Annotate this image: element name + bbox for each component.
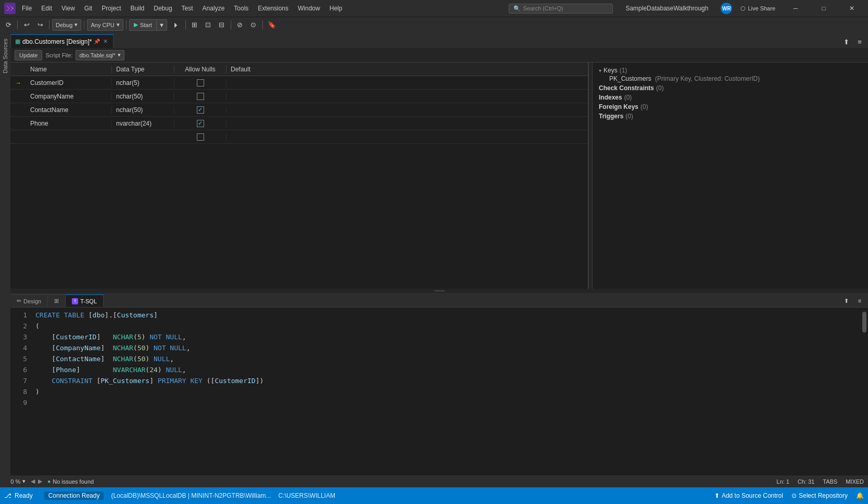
table-row-empty[interactable] xyxy=(10,130,588,144)
scroll-right-btn[interactable]: ▶ xyxy=(37,478,43,485)
sql-code-content[interactable]: CREATE TABLE [dbo].[Customers] ( [Custom… xyxy=(31,310,861,473)
toolbar-btn3[interactable]: ⊟ xyxy=(216,19,228,31)
menu-analyze[interactable]: Analyze xyxy=(198,4,229,13)
cell-null-empty[interactable] xyxy=(174,133,227,141)
search-box[interactable]: 🔍 Search (Ctrl+Q) xyxy=(509,4,613,14)
cell-null-contactname[interactable]: ✓ xyxy=(174,106,227,114)
toolbar-btn2[interactable]: ⊡ xyxy=(202,19,215,31)
cell-type-customerid[interactable]: nchar(5) xyxy=(112,79,174,87)
active-tab[interactable]: ▦ dbo.Customers [Design]* 📌 ✕ xyxy=(10,34,114,48)
branch-icon: ⎇ xyxy=(4,492,11,499)
table-row[interactable]: CompanyName nchar(50) xyxy=(10,90,588,103)
play-icon: ▶ xyxy=(134,21,138,28)
cell-null-phone[interactable]: ✓ xyxy=(174,120,227,127)
keys-header[interactable]: ▾ Keys (1) xyxy=(599,67,862,74)
bookmark-button[interactable]: 🔖 xyxy=(266,19,278,31)
select-repository-button[interactable]: ⊙ Select Repository xyxy=(791,492,848,499)
tab-expand-button[interactable]: ⬆ xyxy=(840,35,852,48)
live-share-button[interactable]: ⬡ Live Share xyxy=(736,4,779,13)
tab-pin-icon[interactable]: 📌 xyxy=(94,39,100,44)
script-file-dropdown[interactable]: dbo.Table.sql* ▾ xyxy=(76,50,124,60)
tsql-tab[interactable]: T T-SQL xyxy=(66,294,104,307)
check-constraints-header[interactable]: Check Constraints (0) xyxy=(599,84,862,92)
foreign-keys-header[interactable]: Foreign Keys (0) xyxy=(599,103,862,110)
menu-window[interactable]: Window xyxy=(294,4,324,13)
start-arrow-icon: ▼ xyxy=(159,22,165,28)
check-constraints-section: Check Constraints (0) xyxy=(599,84,862,92)
redo-button[interactable]: ↪ xyxy=(34,19,46,31)
debug-mode-dropdown[interactable]: Debug ▾ xyxy=(52,19,81,31)
triggers-header[interactable]: Triggers (0) xyxy=(599,113,862,120)
step-over-button[interactable]: ⏵ xyxy=(170,19,183,31)
cell-type-companyname[interactable]: nchar(50) xyxy=(112,93,174,100)
menu-bar: File Edit View Git Project Build Debug T… xyxy=(18,4,507,13)
zoom-dropdown-icon[interactable]: ▾ xyxy=(22,478,26,485)
platform-dropdown[interactable]: Any CPU ▾ xyxy=(87,19,123,31)
maximize-button[interactable]: □ xyxy=(812,0,836,17)
tabs-status: TABS xyxy=(823,478,837,485)
menu-tools[interactable]: Tools xyxy=(230,4,253,13)
scrollbar-thumb[interactable] xyxy=(862,312,866,333)
menu-test[interactable]: Test xyxy=(178,4,197,13)
editor-list-button[interactable]: ≡ xyxy=(853,294,866,307)
title-bar-right: WR ⬡ Live Share ─ □ ✕ xyxy=(721,0,864,17)
menu-view[interactable]: View xyxy=(57,4,79,13)
menu-extensions[interactable]: Extensions xyxy=(254,4,293,13)
table-row[interactable]: → CustomerID nchar(5) xyxy=(10,76,588,90)
cell-name-companyname[interactable]: CompanyName xyxy=(26,93,112,100)
undo-button[interactable]: ↩ xyxy=(20,19,33,31)
null-checkbox[interactable] xyxy=(197,133,204,141)
issues-text: No issues found xyxy=(53,478,94,485)
update-button[interactable]: Update xyxy=(15,50,42,60)
null-checkbox[interactable] xyxy=(197,79,204,87)
db-info: (LocalDB)\MSSQLLocalDB | MININT-N2PGTRB\… xyxy=(111,492,271,499)
cell-type-phone[interactable]: nvarchar(24) xyxy=(112,120,174,127)
properties-panel: ▾ Keys (1) PK_Customers (Primary Key, Cl… xyxy=(592,63,868,289)
toolbar-btn1[interactable]: ⊞ xyxy=(188,19,201,31)
null-checkbox-checked[interactable]: ✓ xyxy=(197,120,204,127)
menu-project[interactable]: Project xyxy=(97,4,125,13)
menu-help[interactable]: Help xyxy=(325,4,347,13)
toolbar-btn5[interactable]: ⊙ xyxy=(247,19,260,31)
cell-name-phone[interactable]: Phone xyxy=(26,120,112,127)
cell-null-customerid[interactable] xyxy=(174,79,227,87)
toolbar-btn4[interactable]: ⊘ xyxy=(234,19,246,31)
diagram-tab[interactable]: ⊞ xyxy=(48,294,66,307)
cell-name-customerid[interactable]: CustomerID xyxy=(26,79,112,87)
table-row[interactable]: Phone nvarchar(24) ✓ xyxy=(10,117,588,130)
minimize-button[interactable]: ─ xyxy=(784,0,808,17)
cell-type-contactname[interactable]: nchar(50) xyxy=(112,106,174,114)
add-to-source-button[interactable]: ⬆ Add to Source Control xyxy=(714,492,783,499)
null-checkbox-checked[interactable]: ✓ xyxy=(197,106,204,114)
menu-debug[interactable]: Debug xyxy=(149,4,176,13)
design-tab[interactable]: ✏ Design xyxy=(10,294,48,307)
search-icon: 🔍 xyxy=(513,5,521,12)
tab-list-button[interactable]: ≡ xyxy=(853,35,866,48)
start-button[interactable]: ▶ Start ▼ xyxy=(129,19,167,31)
back-button[interactable]: ⟳ xyxy=(2,19,15,31)
close-button[interactable]: ✕ xyxy=(840,0,864,17)
diagram-tab-icon: ⊞ xyxy=(54,298,59,304)
menu-git[interactable]: Git xyxy=(80,4,96,13)
scroll-left-btn[interactable]: ◀ xyxy=(30,478,36,485)
table-row[interactable]: ContactName nchar(50) ✓ xyxy=(10,103,588,117)
user-avatar: WR xyxy=(721,3,732,14)
editor-expand-button[interactable]: ⬆ xyxy=(840,294,852,307)
null-checkbox[interactable] xyxy=(197,93,204,100)
separator xyxy=(126,20,127,30)
editor-scrollbar[interactable] xyxy=(861,310,868,473)
cell-name-contactname[interactable]: ContactName xyxy=(26,106,112,114)
cell-null-companyname[interactable] xyxy=(174,93,227,100)
horizontal-split-handle[interactable] xyxy=(10,289,868,293)
menu-edit[interactable]: Edit xyxy=(37,4,56,13)
indexes-header[interactable]: Indexes (0) xyxy=(599,94,862,101)
notifications-icon[interactable]: 🔔 xyxy=(856,492,864,499)
separator xyxy=(17,20,18,30)
tab-close-button[interactable]: ✕ xyxy=(102,38,109,45)
separator xyxy=(49,20,49,30)
menu-file[interactable]: File xyxy=(18,4,36,13)
window-title: SampleDatabaseWalkthrough xyxy=(615,5,719,12)
bottom-bar-right: ⬆ Add to Source Control ⊙ Select Reposit… xyxy=(714,492,864,499)
menu-build[interactable]: Build xyxy=(127,4,149,13)
data-sources-label[interactable]: Data Sources xyxy=(1,34,9,78)
